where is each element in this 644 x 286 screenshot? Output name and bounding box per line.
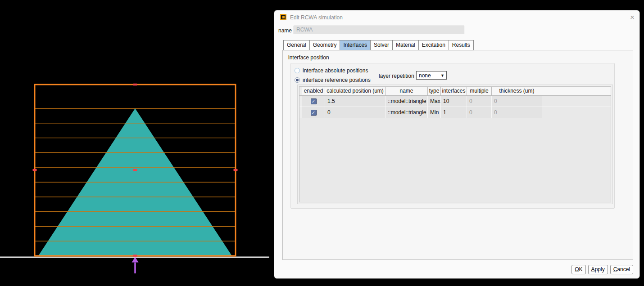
dialog-title: Edit RCWA simulation [290, 14, 343, 21]
app-icon [280, 14, 286, 20]
enabled-checkbox[interactable]: ✓ [311, 110, 317, 116]
col-header-thickness[interactable]: thickness (um) [492, 87, 542, 95]
apply-button[interactable]: Apply [588, 265, 608, 274]
edit-rcwa-dialog: Edit RCWA simulation × name RCWA General… [274, 10, 640, 279]
geometry-canvas[interactable] [0, 0, 269, 286]
thickness-cell[interactable]: 0 [492, 107, 542, 118]
name-cell[interactable]: ::model::triangle [385, 96, 428, 107]
cancel-button[interactable]: Cancel [610, 265, 633, 274]
interfaces-table-container: enabled calculated position (um) name ty… [297, 85, 613, 204]
tab-solver[interactable]: Solver [370, 40, 393, 50]
ok-button[interactable]: OK [571, 265, 585, 274]
interfaces-tab-panel: interface position interface absolute po… [282, 50, 633, 260]
section-label-interface-position: interface position [288, 54, 329, 61]
col-header-name[interactable]: name [385, 87, 428, 95]
multiple-cell[interactable]: 0 [467, 96, 492, 107]
col-header-type[interactable]: type [428, 87, 441, 95]
layer-repetition-value: none [419, 72, 431, 79]
tab-bar: General Geometry Interfaces Solver Mater… [283, 40, 473, 50]
ground-line [0, 257, 269, 258]
type-cell[interactable]: Max [428, 96, 441, 107]
tab-general[interactable]: General [283, 40, 310, 50]
tab-interfaces[interactable]: Interfaces [340, 40, 371, 50]
radio-label-absolute: interface absolute positions [303, 67, 368, 74]
thickness-cell[interactable]: 0 [492, 96, 542, 107]
tab-geometry[interactable]: Geometry [309, 40, 340, 50]
tab-material[interactable]: Material [392, 40, 419, 50]
col-header-multiple[interactable]: multiple [467, 87, 492, 95]
geometry-viewport[interactable] [0, 0, 269, 286]
selection-handle[interactable] [133, 255, 137, 257]
multiple-cell[interactable]: 0 [467, 107, 492, 118]
source-arrow-stem [134, 263, 136, 274]
selection-handle[interactable] [33, 169, 37, 171]
col-header-interfaces[interactable]: interfaces [441, 87, 467, 95]
layer-repetition-label: layer repetition [379, 73, 414, 79]
radio-interface-absolute-positions[interactable] [295, 68, 300, 73]
interface-position-groupbox: interface absolute positions interface r… [290, 63, 615, 209]
calculated-position-cell[interactable]: 1.5 [325, 96, 385, 107]
source-arrow-head [132, 257, 139, 263]
tab-results[interactable]: Results [449, 40, 474, 50]
close-icon[interactable]: × [630, 13, 635, 22]
table-header-row: enabled calculated position (um) name ty… [299, 87, 611, 96]
name-label: name [278, 27, 292, 34]
selection-handle[interactable] [234, 169, 238, 171]
col-header-enabled[interactable]: enabled [302, 87, 325, 95]
enabled-checkbox[interactable]: ✓ [311, 98, 317, 104]
radio-label-reference: interface reference positions [303, 77, 371, 83]
tab-excitation[interactable]: Excitation [418, 40, 449, 50]
table-row[interactable]: ✓ 1.5 ::model::triangle Max 10 0 0 [299, 96, 611, 107]
radio-row-absolute: interface absolute positions [295, 67, 368, 74]
interfaces-table[interactable]: enabled calculated position (um) name ty… [299, 86, 611, 202]
interfaces-cell[interactable]: 10 [441, 96, 467, 107]
name-input[interactable]: RCWA [294, 26, 464, 34]
dropdown-arrow-icon: ▼ [440, 73, 446, 78]
enabled-cell: ✓ [302, 107, 325, 118]
selection-handle[interactable] [133, 169, 137, 171]
radio-row-reference: interface reference positions [295, 77, 371, 83]
radio-interface-reference-positions[interactable] [295, 77, 300, 83]
name-cell[interactable]: ::model::triangle [385, 107, 428, 118]
table-row[interactable]: ✓ 0 ::model::triangle Min 1 0 0 [299, 107, 611, 118]
dialog-button-row: OK Apply Cancel [571, 265, 633, 274]
calculated-position-cell[interactable]: 0 [325, 107, 385, 118]
interfaces-cell[interactable]: 1 [441, 107, 467, 118]
layer-repetition-dropdown[interactable]: none ▼ [416, 71, 447, 80]
type-cell[interactable]: Min [428, 107, 441, 118]
col-header-calculated-position[interactable]: calculated position (um) [325, 87, 385, 95]
enabled-cell: ✓ [302, 96, 325, 107]
selection-handle[interactable] [133, 84, 137, 86]
